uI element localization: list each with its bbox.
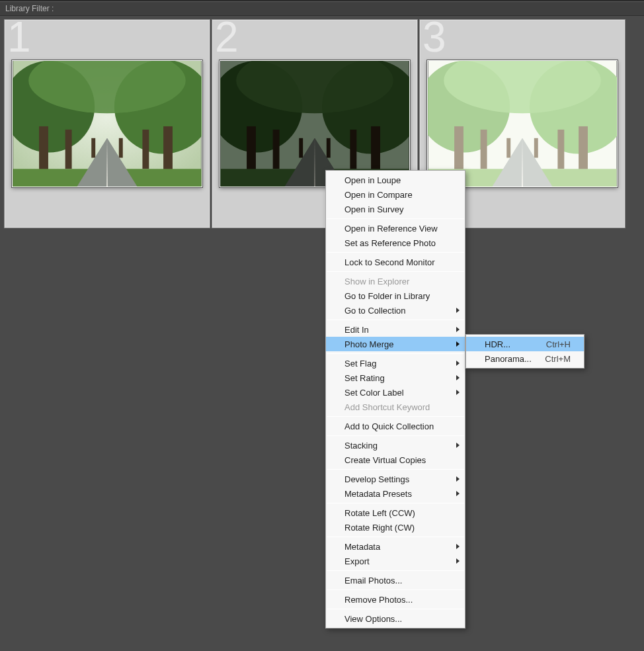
- thumbnail-image[interactable]: [220, 60, 410, 187]
- library-filter-bar[interactable]: Library Filter :: [0, 1, 644, 16]
- menu-item-label: Stacking: [344, 441, 452, 451]
- menu-item-label: Show in Explorer: [344, 277, 452, 286]
- tree-road-photo-icon: [220, 61, 409, 187]
- svg-rect-9: [91, 138, 95, 158]
- menu-item-label: Open in Survey: [344, 204, 452, 214]
- menu-separator: [327, 252, 464, 253]
- svg-rect-6: [65, 130, 72, 169]
- menu-separator: [327, 469, 464, 470]
- menu-separator: [327, 503, 464, 503]
- library-filter-label: Library Filter :: [5, 4, 54, 13]
- menu-item-label: Metadata Presets: [344, 489, 452, 499]
- menu-item-label: Go to Folder in Library: [344, 291, 452, 301]
- submenu-item-shortcut: Ctrl+H: [546, 339, 571, 349]
- menu-item-set-as-reference-photo[interactable]: Set as Reference Photo: [326, 236, 465, 250]
- submenu-item-label: Panorama...: [485, 354, 534, 364]
- menu-item-email-photos[interactable]: Email Photos...: [326, 573, 465, 587]
- submenu-item-shortcut: Ctrl+M: [545, 354, 571, 364]
- menu-separator: [327, 271, 464, 272]
- menu-item-stacking[interactable]: Stacking: [326, 438, 465, 453]
- menu-separator: [327, 416, 464, 417]
- thumbnail-image[interactable]: [12, 60, 202, 187]
- menu-item-add-to-quick-collection[interactable]: Add to Quick Collection: [326, 419, 465, 433]
- submenu-item-hdr[interactable]: HDR...Ctrl+H: [466, 337, 584, 351]
- menu-item-label: Set as Reference Photo: [344, 238, 452, 248]
- menu-item-metadata[interactable]: Metadata: [326, 539, 465, 554]
- menu-item-label: Email Photos...: [344, 576, 452, 586]
- menu-item-label: Photo Merge: [344, 339, 452, 349]
- menu-item-label: Export: [344, 556, 452, 566]
- menu-separator: [327, 537, 464, 537]
- context-submenu-photo-merge[interactable]: HDR...Ctrl+HPanorama...Ctrl+M: [465, 334, 584, 369]
- menu-separator: [327, 609, 464, 609]
- menu-item-metadata-presets[interactable]: Metadata Presets: [326, 486, 465, 501]
- menu-item-label: Open in Compare: [344, 190, 452, 200]
- submenu-item-label: HDR...: [485, 339, 536, 349]
- menu-item-label: Open in Loupe: [344, 175, 452, 185]
- menu-item-open-in-loupe[interactable]: Open in Loupe: [326, 173, 465, 187]
- menu-item-go-to-collection[interactable]: Go to Collection: [326, 303, 465, 318]
- menu-item-show-in-explorer: Show in Explorer: [326, 274, 465, 288]
- menu-item-remove-photos[interactable]: Remove Photos...: [326, 592, 465, 607]
- cell-index: 3: [423, 16, 446, 58]
- grid-area: 1: [0, 16, 644, 650]
- menu-item-open-in-survey[interactable]: Open in Survey: [326, 202, 465, 216]
- menu-separator: [327, 218, 464, 219]
- menu-item-set-flag[interactable]: Set Flag: [326, 356, 465, 370]
- menu-separator: [327, 570, 464, 571]
- thumbnail-image[interactable]: [427, 60, 618, 187]
- app-root: Library Filter : 1: [0, 0, 644, 651]
- context-menu[interactable]: Open in LoupeOpen in CompareOpen in Surv…: [325, 170, 465, 629]
- menu-separator: [327, 435, 464, 436]
- menu-item-develop-settings[interactable]: Develop Settings: [326, 472, 465, 486]
- menu-separator: [327, 589, 464, 590]
- cell-index: 1: [7, 16, 31, 58]
- menu-item-label: Rotate Right (CW): [344, 523, 452, 533]
- menu-item-label: Add Shortcut Keyword: [344, 402, 452, 412]
- menu-item-label: Set Color Label: [344, 388, 452, 398]
- menu-item-edit-in[interactable]: Edit In: [326, 322, 465, 337]
- menu-item-label: Add to Quick Collection: [344, 421, 452, 431]
- menu-item-rotate-right-cw[interactable]: Rotate Right (CW): [326, 520, 465, 535]
- svg-rect-10: [119, 138, 123, 158]
- svg-rect-7: [163, 126, 173, 172]
- thumbnail-cell-1[interactable]: 1: [4, 19, 210, 228]
- menu-item-set-rating[interactable]: Set Rating: [326, 370, 465, 385]
- menu-item-label: View Options...: [344, 614, 452, 624]
- menu-item-open-in-reference-view[interactable]: Open in Reference View: [326, 221, 465, 236]
- menu-separator: [327, 320, 464, 320]
- menu-item-label: Develop Settings: [344, 474, 452, 484]
- menu-item-set-color-label[interactable]: Set Color Label: [326, 385, 465, 400]
- menu-item-label: Lock to Second Monitor: [344, 257, 452, 267]
- svg-rect-28: [221, 61, 409, 187]
- menu-item-label: Create Virtual Copies: [344, 455, 452, 465]
- menu-item-label: Metadata: [344, 542, 452, 552]
- menu-item-export[interactable]: Export: [326, 554, 465, 568]
- menu-item-label: Edit In: [344, 325, 452, 335]
- svg-rect-8: [142, 130, 149, 169]
- menu-item-create-virtual-copies[interactable]: Create Virtual Copies: [326, 453, 465, 467]
- menu-item-label: Remove Photos...: [344, 595, 452, 605]
- menu-item-label: Open in Reference View: [344, 224, 452, 234]
- menu-separator: [327, 353, 464, 354]
- menu-item-rotate-left-ccw[interactable]: Rotate Left (CCW): [326, 505, 465, 520]
- menu-item-label: Set Rating: [344, 373, 452, 383]
- submenu-item-panorama[interactable]: Panorama...Ctrl+M: [466, 351, 584, 366]
- menu-item-label: Rotate Left (CCW): [344, 508, 452, 518]
- thumbnail-row: 1: [4, 19, 644, 228]
- menu-item-lock-to-second-monitor[interactable]: Lock to Second Monitor: [326, 255, 465, 269]
- menu-item-label: Set Flag: [344, 359, 452, 369]
- menu-item-view-options[interactable]: View Options...: [326, 611, 465, 626]
- svg-rect-43: [428, 61, 617, 187]
- tree-road-photo-icon: [428, 61, 617, 187]
- menu-item-add-shortcut-keyword: Add Shortcut Keyword: [326, 400, 465, 414]
- svg-rect-5: [39, 126, 48, 172]
- menu-item-photo-merge[interactable]: Photo Merge: [326, 337, 465, 351]
- menu-item-open-in-compare[interactable]: Open in Compare: [326, 187, 465, 202]
- menu-item-go-to-folder-in-library[interactable]: Go to Folder in Library: [326, 288, 465, 303]
- cell-index: 2: [215, 16, 239, 58]
- tree-road-photo-icon: [13, 61, 202, 187]
- menu-item-label: Go to Collection: [344, 306, 452, 316]
